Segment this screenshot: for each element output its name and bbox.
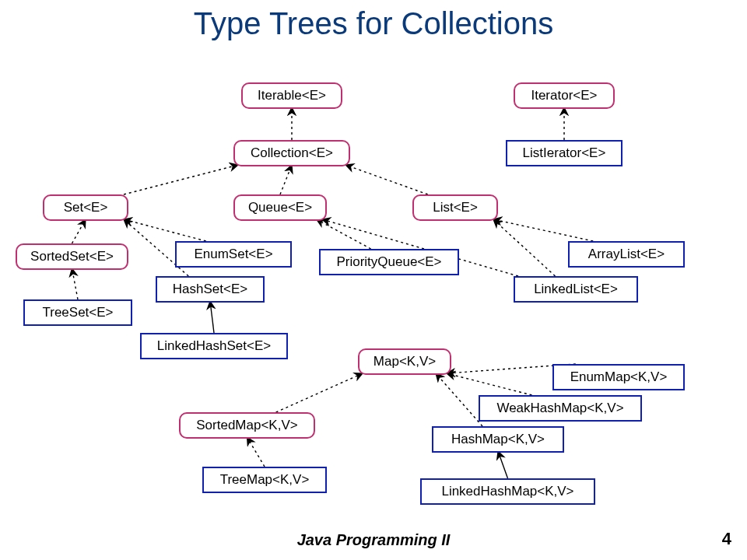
node-priorityqueue: PriorityQueue<E> [319,249,459,275]
node-arraylist: ArrayList<E> [568,241,685,268]
edge-treemap-sortedmap [247,437,265,467]
node-linkedlist: LinkedList<E> [514,276,638,303]
edge-linkedhashmap-hashmap [498,451,508,478]
edge-sortedmap-map [276,373,363,412]
node-hashmap: HashMap<K,V> [432,426,564,453]
node-enummap: EnumMap<K,V> [552,364,685,390]
node-hashset: HashSet<E> [156,276,265,303]
node-collection: Collection<E> [233,140,350,166]
edge-linkedhashset-hashset [210,301,214,333]
edge-set-collection [124,165,238,194]
node-treemap: TreeMap<K,V> [202,467,327,493]
node-enumset: EnumSet<E> [175,241,292,268]
node-set: Set<E> [43,194,128,221]
node-list: List<E> [412,194,498,221]
node-queue: Queue<E> [233,194,327,221]
page-number: 4 [722,529,731,549]
edge-enumset-set [124,219,206,241]
node-linkedhashmap: LinkedHashMap<K,V> [420,478,595,505]
edge-hashmap-map [436,373,482,426]
node-iterator: Iterator<E> [514,82,615,109]
edge-weakhashmap-map [447,373,532,395]
node-map: Map<K,V> [358,348,451,375]
slide-title: Type Trees for Collections [0,6,747,41]
edge-sortedset-set [72,219,86,243]
node-weakhashmap: WeakHashMap<K,V> [479,395,642,422]
edge-priorityqueue-queue [317,219,371,249]
node-sortedset: SortedSet<E> [16,243,128,270]
node-linkedhashset: LinkedHashSet<E> [140,333,288,359]
edge-list-collection [345,165,428,194]
edge-arraylist-list [493,219,593,241]
node-sortedmap: SortedMap<K,V> [179,412,315,439]
edge-queue-collection [280,165,292,194]
footer-label: Java Programming II [0,531,747,549]
node-listiterator: ListIerator<E> [506,140,622,166]
node-treeset: TreeSet<E> [23,299,132,326]
edge-treeset-sortedset [72,268,79,299]
node-iterable: Iterable<E> [241,82,342,109]
edge-linkedlist-list [493,219,556,276]
